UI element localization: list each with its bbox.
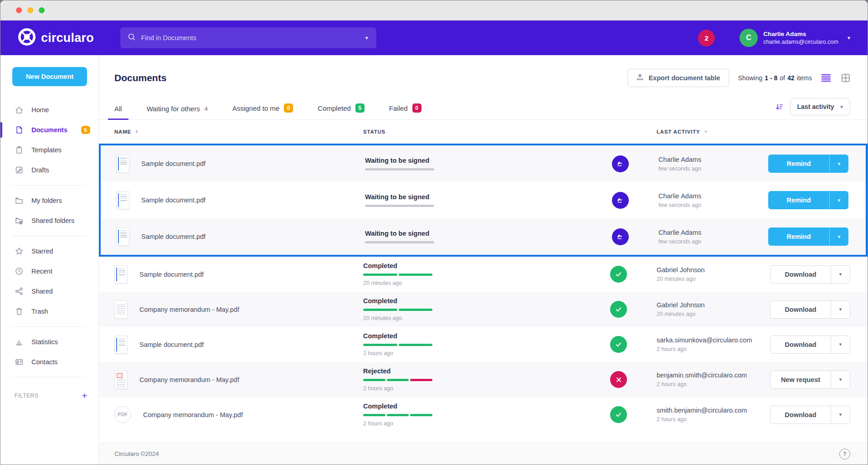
document-thumbnail-icon <box>114 336 128 354</box>
row-action-label[interactable]: New request <box>770 371 831 388</box>
tab-assigned-to-me[interactable]: Assigned to me 0 <box>232 103 293 119</box>
row-action-dropdown[interactable]: ▾ <box>829 191 848 209</box>
trash-icon <box>15 307 24 316</box>
sidebar-item-contacts[interactable]: Contacts <box>0 352 98 372</box>
sidebar-item-trash[interactable]: Trash <box>0 301 98 321</box>
user-menu[interactable]: C Charlie Adams charlie.adams@circularo.… <box>740 29 850 47</box>
search-scope-dropdown-icon[interactable]: ▾ <box>365 33 369 43</box>
sidebar-item-recent[interactable]: Recent <box>0 261 98 281</box>
last-activity-time: 20 minutes ago <box>657 311 770 317</box>
last-activity-cell: smith.benjamin@circularo.com 2 hours ago <box>647 407 770 423</box>
column-header-name[interactable]: NAME ▲▼ <box>114 129 139 134</box>
sidebar-item-statistics[interactable]: Statistics <box>0 332 98 352</box>
notification-badge[interactable]: 2 <box>698 30 715 46</box>
row-action-dropdown[interactable]: ▾ <box>831 301 850 318</box>
last-activity-user: Charlie Adams <box>658 156 768 163</box>
tab-failed[interactable]: Failed 0 <box>389 103 421 119</box>
row-action-button[interactable]: Remind ▾ <box>768 227 848 246</box>
table-row[interactable]: Sample document.pdf Completed 20 minutes… <box>99 257 868 292</box>
tab-completed[interactable]: Completed 5 <box>318 103 365 119</box>
table-row[interactable]: Company memorandum - May.pdf Completed 2… <box>99 292 868 327</box>
brand-logo[interactable]: circularo <box>18 28 94 48</box>
row-action-label[interactable]: Download <box>770 301 831 318</box>
row-action-label[interactable]: Remind <box>768 191 829 209</box>
row-action-button[interactable]: New request ▾ <box>770 371 850 389</box>
sort-by-dropdown[interactable]: Last activity ▾ <box>790 98 850 115</box>
row-action-button[interactable]: Download ▾ <box>770 406 850 424</box>
sidebar-item-documents[interactable]: Documents 5 <box>0 120 98 140</box>
sidebar-item-label: Statistics <box>31 338 58 346</box>
home-icon <box>15 105 24 114</box>
sidebar-item-shared[interactable]: Shared <box>0 281 98 301</box>
list-view-icon[interactable] <box>821 74 831 82</box>
row-action-button[interactable]: Remind ▾ <box>768 191 848 209</box>
sidebar-item-home[interactable]: Home <box>0 100 98 120</box>
row-action-button[interactable]: Download ▾ <box>770 300 850 319</box>
status-label: Waiting to be signed <box>365 193 608 201</box>
row-action-label[interactable]: Remind <box>768 227 829 246</box>
table-header: NAME ▲▼ STATUS LAST ACTIVITY ▼ <box>99 120 868 144</box>
tab-label: Failed <box>389 104 408 112</box>
help-icon[interactable]: ? <box>839 449 850 460</box>
sidebar-item-label: Starred <box>31 248 53 255</box>
row-action-dropdown[interactable]: ▾ <box>831 406 850 424</box>
check-status-icon <box>610 406 627 423</box>
close-window-button[interactable] <box>16 7 22 13</box>
zoom-window-button[interactable] <box>39 7 45 13</box>
row-action-dropdown[interactable]: ▾ <box>829 227 848 246</box>
sidebar-item-label: Templates <box>31 146 62 154</box>
signature-status-icon <box>612 155 629 172</box>
progress-bar <box>365 168 434 170</box>
document-thumbnail-icon <box>116 227 129 246</box>
document-thumbnail-icon <box>116 155 129 173</box>
row-action-button[interactable]: Download ▾ <box>770 265 850 284</box>
tab-label: Completed <box>318 104 351 112</box>
add-filter-button[interactable]: + <box>82 391 87 400</box>
sort-direction-icon[interactable] <box>775 103 784 111</box>
sidebar-item-drafts[interactable]: Drafts <box>0 160 98 180</box>
row-action-button[interactable]: Download ▾ <box>770 336 850 354</box>
row-action-label[interactable]: Remind <box>768 155 829 173</box>
row-action-dropdown[interactable]: ▾ <box>831 371 850 388</box>
search-input[interactable] <box>141 34 365 41</box>
table-row[interactable]: Company memorandum - May.pdf Rejected 2 … <box>99 362 868 397</box>
row-action-label[interactable]: Download <box>770 336 831 353</box>
row-action-dropdown[interactable]: ▾ <box>831 266 850 283</box>
sidebar-item-starred[interactable]: Starred <box>0 241 98 261</box>
row-action-label[interactable]: Download <box>770 406 831 424</box>
status-cell: Waiting to be signed <box>365 157 608 170</box>
sidebar-item-label: Home <box>31 106 49 114</box>
minimize-window-button[interactable] <box>27 7 33 13</box>
column-header-last-activity[interactable]: LAST ACTIVITY ▼ <box>657 129 770 134</box>
export-document-table-button[interactable]: Export document table <box>627 69 729 87</box>
row-action-label[interactable]: Download <box>770 266 831 283</box>
document-thumbnail-icon <box>114 371 128 389</box>
row-action-dropdown[interactable]: ▾ <box>829 155 848 173</box>
export-icon <box>636 73 644 83</box>
row-action-dropdown[interactable]: ▾ <box>831 336 850 353</box>
grid-view-icon[interactable] <box>841 73 850 83</box>
table-row[interactable]: Sample document.pdf Waiting to be signed… <box>101 182 866 218</box>
row-action-button[interactable]: Remind ▾ <box>768 155 848 173</box>
cross-status-icon <box>610 371 627 388</box>
chevron-down-icon: ▼ <box>704 129 709 134</box>
table-row[interactable]: Sample document.pdf Waiting to be signed… <box>101 218 866 255</box>
documents-count-badge: 5 <box>81 126 90 134</box>
app-window: circularo ▾ 2 C Charlie Adams charlie.ad… <box>0 0 868 465</box>
tab-waiting-for-others[interactable]: Waiting for others 4 <box>147 105 208 119</box>
sidebar-item-templates[interactable]: Templates <box>0 140 98 160</box>
document-name: Sample document.pdf <box>141 196 205 204</box>
sidebar: New Document Home Documents 5 Templates … <box>0 55 99 465</box>
global-search-bar[interactable]: ▾ <box>120 27 376 48</box>
table-row[interactable]: Sample document.pdf Completed 2 hours ag… <box>99 327 868 362</box>
tab-all[interactable]: All <box>114 105 122 119</box>
new-document-button[interactable]: New Document <box>12 67 87 86</box>
pencil-icon <box>15 165 24 175</box>
sidebar-item-my-folders[interactable]: My folders <box>0 191 98 211</box>
sidebar-divider <box>12 326 87 327</box>
table-row[interactable]: PDF Company memorandum - May.pdf Complet… <box>99 397 868 432</box>
sidebar-item-label: Contacts <box>31 358 57 366</box>
status-time: 2 hours ago <box>363 420 606 427</box>
sidebar-item-shared-folders[interactable]: Shared folders <box>0 211 98 231</box>
table-row[interactable]: Sample document.pdf Waiting to be signed… <box>101 145 866 182</box>
